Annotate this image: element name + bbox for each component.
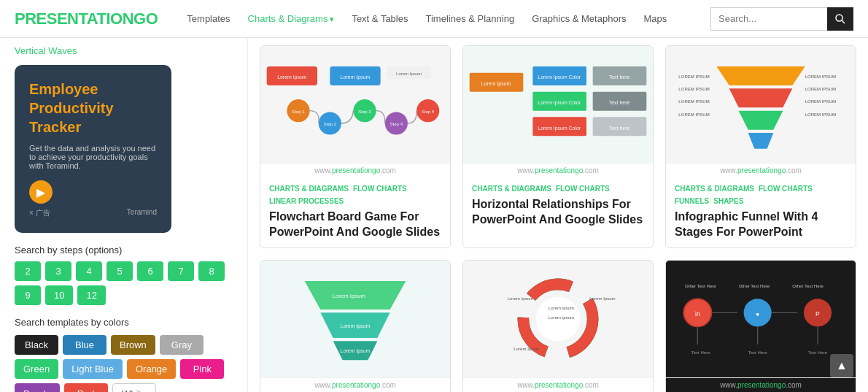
svg-text:LOREM IPSUM: LOREM IPSUM — [805, 112, 836, 117]
nav-timelines[interactable]: Timelines & Planning — [425, 13, 514, 24]
svg-text:Lorem Ipsum: Lorem Ipsum — [277, 74, 307, 80]
step-button-6[interactable]: 6 — [137, 261, 163, 281]
vertical-waves-link[interactable]: Vertical Waves — [15, 45, 233, 56]
ad-cta-button[interactable]: ▶ — [29, 180, 53, 204]
card-tag[interactable]: SHAPES — [713, 197, 743, 205]
color-button-light-blue[interactable]: Light Blue — [63, 359, 123, 379]
svg-text:Step 4: Step 4 — [390, 122, 403, 126]
card-source-2: www.presentationgo.com — [666, 163, 856, 177]
svg-marker-35 — [748, 133, 774, 149]
card-2: LOREM IPSUM LOREM IPSUM LOREM IPSUM LORE… — [665, 45, 856, 248]
content-area: Lorem Ipsum Lorem Ipsum Step 1 Step 2 St… — [248, 38, 868, 392]
color-button-red[interactable]: Red — [64, 383, 108, 392]
card-title-1[interactable]: Horizontal Relationships For PowerPoint … — [472, 197, 644, 228]
funnel3-illustration: Lorem Ipsum Lorem Ipsum Lorem Ipsum — [260, 261, 450, 377]
card-tag[interactable]: LINEAR PROCESSES — [269, 197, 344, 205]
svg-text:Lorem Ipsum: Lorem Ipsum — [508, 296, 533, 301]
funnel4-illustration: LOREM IPSUM LOREM IPSUM LOREM IPSUM LORE… — [666, 46, 856, 163]
svg-text:P: P — [815, 310, 820, 317]
charts-dropdown-icon — [330, 13, 334, 24]
color-button-gray[interactable]: Gray — [160, 335, 204, 355]
svg-text:Lorem Ipsum Color: Lorem Ipsum Color — [538, 74, 581, 80]
color-button-purple[interactable]: Purple — [15, 383, 60, 392]
nav-text-tables[interactable]: Text & Tables — [352, 13, 408, 24]
card-title-2[interactable]: Infographic Funnel With 4 Stages For Pow… — [675, 210, 847, 240]
logo[interactable]: PRESENTATIONGO — [15, 9, 158, 28]
nav-templates[interactable]: Templates — [187, 13, 230, 24]
step-button-8[interactable]: 8 — [198, 261, 225, 281]
svg-text:Text here: Text here — [609, 100, 630, 105]
card-source-4: www.presentationgo.com — [463, 377, 653, 392]
step-button-4[interactable]: 4 — [76, 261, 102, 281]
color-button-brown[interactable]: Brown — [111, 335, 155, 355]
svg-text:Lorem Ipsum: Lorem Ipsum — [341, 348, 371, 354]
steps-grid: 234567891012 — [15, 261, 233, 305]
card-image-2[interactable]: LOREM IPSUM LOREM IPSUM LOREM IPSUM LORE… — [666, 46, 856, 163]
card-tag[interactable]: FLOW CHARTS — [759, 185, 813, 193]
step-button-12[interactable]: 12 — [77, 285, 105, 305]
svg-text:LOREM IPSUM: LOREM IPSUM — [678, 112, 709, 117]
svg-text:LOREM IPSUM: LOREM IPSUM — [678, 87, 709, 91]
color-button-orange[interactable]: Orange — [127, 359, 176, 379]
step-button-7[interactable]: 7 — [168, 261, 194, 281]
card-body-0: CHARTS & DIAGRAMSFLOW CHARTSLINEAR PROCE… — [260, 177, 450, 247]
card-title-0[interactable]: Flowchart Board Game For PowerPoint And … — [269, 210, 441, 240]
svg-text:LOREM IPSUM: LOREM IPSUM — [805, 99, 836, 104]
step-button-3[interactable]: 3 — [45, 261, 71, 281]
nav-charts-diagrams[interactable]: Charts & Diagrams — [248, 13, 335, 24]
card-tag[interactable]: FLOW CHARTS — [556, 185, 610, 193]
card-tag[interactable]: CHARTS & DIAGRAMS — [472, 185, 551, 193]
card-image-1[interactable]: Lorem Ipsum Lorem Ipsum Color Lorem Ipsu… — [463, 46, 653, 163]
svg-text:Lorem Ipsum: Lorem Ipsum — [341, 323, 371, 329]
card-body-2: CHARTS & DIAGRAMSFLOW CHARTSFUNNELSSHAPE… — [666, 177, 856, 247]
card-source-3: www.presentationgo.com — [260, 377, 450, 392]
svg-marker-32 — [716, 66, 805, 85]
logo-accent: GO — [133, 9, 158, 28]
ad-logo: Teramind — [127, 208, 157, 216]
card-image-5[interactable]: Other Text Here Other Text Here Other Te… — [666, 261, 856, 377]
step-button-9[interactable]: 9 — [15, 285, 41, 305]
svg-text:Lorem Ipsum: Lorem Ipsum — [589, 296, 615, 301]
svg-marker-33 — [729, 88, 793, 107]
colors-grid: BlackBlueBrownGrayGreenLight BlueOrangeP… — [15, 335, 233, 392]
step-button-5[interactable]: 5 — [106, 261, 133, 281]
color-button-green[interactable]: Green — [15, 359, 58, 379]
svg-marker-34 — [739, 111, 783, 130]
svg-text:Lorem Ipsum: Lorem Ipsum — [341, 74, 371, 80]
card-image-3[interactable]: Lorem Ipsum Lorem Ipsum Lorem Ipsum — [260, 261, 450, 377]
search-bar — [710, 7, 853, 31]
nav-maps[interactable]: Maps — [643, 13, 667, 24]
sidebar: Vertical Waves Employee Productivity Tra… — [0, 38, 248, 392]
step-button-2[interactable]: 2 — [15, 261, 41, 281]
svg-point-0 — [836, 15, 842, 21]
svg-text:Lorem ipsum: Lorem ipsum — [549, 306, 574, 310]
card-tag[interactable]: FLOW CHARTS — [353, 185, 407, 193]
svg-text:LOREM IPSUM: LOREM IPSUM — [678, 74, 709, 79]
main-nav: Templates Charts & Diagrams Text & Table… — [187, 13, 710, 24]
svg-text:Lorem Ipsum Color: Lorem Ipsum Color — [538, 100, 581, 106]
svg-text:Lorem Ipsum: Lorem Ipsum — [333, 293, 366, 299]
svg-text:Lorem Ipsum: Lorem Ipsum — [514, 347, 539, 351]
scroll-to-top-button[interactable]: ▲ — [830, 354, 853, 377]
card-tag[interactable]: CHARTS & DIAGRAMS — [269, 185, 349, 193]
nav-graphics[interactable]: Graphics & Metaphors — [532, 13, 626, 24]
color-button-white[interactable]: White — [112, 383, 156, 392]
card-3: Lorem Ipsum Lorem Ipsum Lorem Ipsum www.… — [260, 260, 451, 392]
ad-box: Employee Productivity Tracker Get the da… — [15, 65, 171, 233]
color-button-blue[interactable]: Blue — [63, 335, 106, 355]
card-tag[interactable]: FUNNELS — [675, 197, 709, 205]
color-button-pink[interactable]: Pink — [180, 359, 224, 379]
svg-line-1 — [842, 20, 845, 23]
circle-illustration: Lorem ipsum Lorem ipsum Lorem Ipsum Lore… — [463, 261, 653, 377]
card-image-4[interactable]: Lorem ipsum Lorem ipsum Lorem Ipsum Lore… — [463, 261, 653, 377]
card-image-0[interactable]: Lorem Ipsum Lorem Ipsum Step 1 Step 2 St… — [260, 46, 450, 163]
svg-text:Other Text Here: Other Text Here — [739, 283, 770, 288]
color-button-black[interactable]: Black — [15, 335, 58, 355]
card-tag[interactable]: CHARTS & DIAGRAMS — [675, 185, 754, 193]
search-button[interactable] — [827, 7, 853, 31]
step-button-10[interactable]: 10 — [45, 285, 73, 305]
svg-text:Step 1: Step 1 — [292, 109, 305, 114]
search-icon — [834, 13, 846, 25]
search-input[interactable] — [710, 7, 827, 31]
card-1: Lorem Ipsum Lorem Ipsum Color Lorem Ipsu… — [462, 45, 654, 248]
